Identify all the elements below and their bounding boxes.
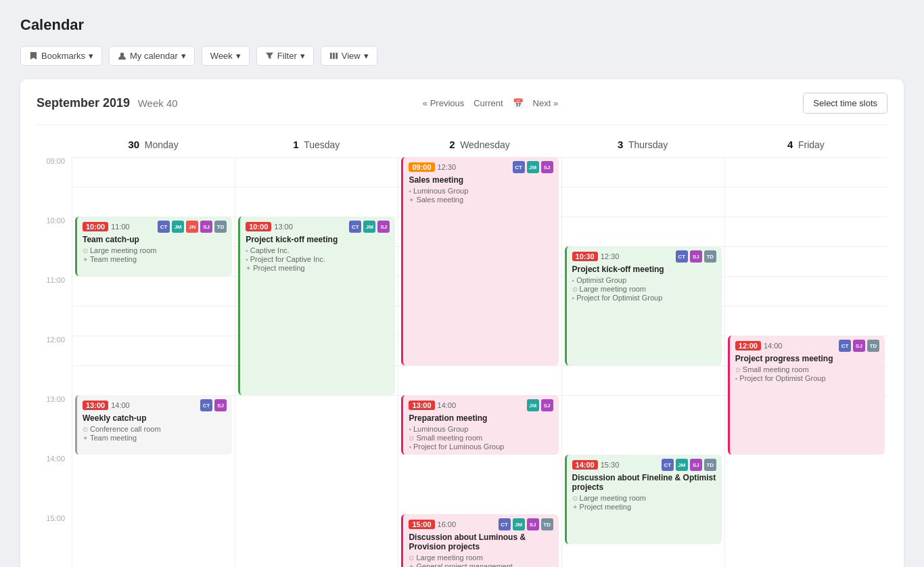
avatar-ct: CT xyxy=(200,399,212,411)
event-card-thu-2[interactable]: 14:0015:30CTJMSJTDDiscussion about Finel… xyxy=(565,455,722,544)
time-label-1100: 11:00 xyxy=(37,276,72,336)
detail-icon: ▪ xyxy=(409,187,411,195)
avatar-sj: SJ xyxy=(541,161,553,173)
avatar-td: TD xyxy=(867,340,879,352)
time-label-1300: 13:00 xyxy=(37,395,72,455)
detail-icon: ✦ xyxy=(409,563,414,568)
day-header-tuesday: 1 Tuesday xyxy=(235,139,398,157)
detail-icon: ▪ xyxy=(246,247,248,254)
svg-rect-1 xyxy=(330,53,332,59)
event-detail: ▪Project for Luminous Group xyxy=(409,443,553,451)
detail-icon: ⊙ xyxy=(572,286,578,293)
detail-icon: ⊙ xyxy=(409,554,414,562)
event-detail: ⊙Large meeting room xyxy=(572,494,716,502)
time-labels-col: 09:0010:0011:0012:0013:0014:0015:0016:00… xyxy=(37,157,72,567)
view-button[interactable]: View ▾ xyxy=(321,46,377,66)
avatar-ct: CT xyxy=(349,221,361,233)
event-detail: ✦Project meeting xyxy=(246,264,390,272)
detail-icon: ▪ xyxy=(409,443,411,451)
avatar-ct: CT xyxy=(839,340,851,352)
event-detail: ▪Luminous Group xyxy=(409,187,553,195)
avatar-sj: SJ xyxy=(690,459,702,471)
event-start-badge: 14:00 xyxy=(572,460,598,470)
event-start-badge: 13:00 xyxy=(409,401,434,410)
avatar-ct: CT xyxy=(662,459,674,471)
event-start-badge: 10:30 xyxy=(572,252,598,261)
avatar-td: TD xyxy=(704,250,716,263)
event-card-wed-2[interactable]: 13:0014:00JMSJPreparation meeting▪Lumino… xyxy=(401,395,558,455)
event-start-badge: 09:00 xyxy=(409,162,434,172)
current-button[interactable]: Current xyxy=(473,98,503,108)
svg-rect-2 xyxy=(333,53,335,59)
avatar-jm: JM xyxy=(513,518,525,530)
avatar-jm: JM xyxy=(676,459,688,471)
avatar-sj: SJ xyxy=(853,340,865,352)
event-detail: ✦Project meeting xyxy=(572,503,716,511)
day-header-wednesday: 2 Wednesday xyxy=(398,139,561,157)
detail-icon: ⊙ xyxy=(409,434,414,442)
cal-header: September 2019 Week 40 « Previous Curren… xyxy=(37,93,887,125)
detail-icon: ✦ xyxy=(83,256,88,263)
event-title: Sales meeting xyxy=(409,175,553,185)
event-detail: ⊙Large meeting room xyxy=(83,246,227,254)
col-friday: 12:0014:00CTSJTDProject progress meeting… xyxy=(724,157,887,567)
event-card-wed-3[interactable]: 15:0016:00CTJMSJTDDiscussion about Lumin… xyxy=(401,514,558,567)
avatar-ct: CT xyxy=(513,161,525,173)
event-card-mon-2[interactable]: 13:0014:00CTSJWeekly catch-up⊙Conference… xyxy=(75,395,232,455)
calendar-icon[interactable]: 📅 xyxy=(513,98,524,108)
event-start-badge: 12:00 xyxy=(735,341,761,350)
event-detail: ✦Team meeting xyxy=(83,255,227,263)
col-wednesday: 09:0012:30CTJMSJSales meeting▪Luminous G… xyxy=(398,157,561,567)
next-button[interactable]: Next » xyxy=(533,98,559,108)
time-label-1200: 12:00 xyxy=(37,336,72,395)
time-label-1400: 14:00 xyxy=(37,455,72,514)
event-card-tue-1[interactable]: 10:0013:00CTJMSJProject kick-off meeting… xyxy=(238,217,395,395)
event-detail: ⊙Large meeting room xyxy=(572,285,716,293)
my-calendar-button[interactable]: My calendar ▾ xyxy=(109,46,195,66)
select-time-slots-button[interactable]: Select time slots xyxy=(803,93,887,114)
avatar-ct: CT xyxy=(499,518,511,530)
event-detail: ▪Project for Captive Inc. xyxy=(246,255,390,263)
event-detail: ▪Luminous Group xyxy=(409,425,553,433)
detail-icon: ▪ xyxy=(735,375,738,382)
avatar-sj: SJ xyxy=(690,250,702,263)
detail-icon: ▪ xyxy=(246,256,248,263)
col-tuesday: 10:0013:00CTJMSJProject kick-off meeting… xyxy=(235,157,398,567)
detail-icon: ⊙ xyxy=(572,495,578,502)
detail-icon: ⊙ xyxy=(83,426,88,433)
event-detail: ✦Team meeting xyxy=(83,434,227,442)
cal-body: 09:0010:0011:0012:0013:0014:0015:0016:00… xyxy=(37,157,887,567)
toolbar: Bookmarks ▾ My calendar ▾ Week ▾ Filter … xyxy=(20,46,904,66)
prev-button[interactable]: « Previous xyxy=(423,98,464,108)
avatar-sj: SJ xyxy=(200,221,212,233)
filter-button[interactable]: Filter ▾ xyxy=(256,46,314,66)
detail-icon: ▪ xyxy=(409,426,411,433)
week-button[interactable]: Week ▾ xyxy=(202,46,250,66)
svg-rect-3 xyxy=(336,53,338,59)
detail-icon: ⊙ xyxy=(83,247,88,254)
event-card-fri-1[interactable]: 12:0014:00CTSJTDProject progress meeting… xyxy=(728,336,885,455)
avatar-sj: SJ xyxy=(214,399,227,411)
event-detail: ✦General project management xyxy=(409,562,553,567)
day-header-monday: 30 Monday xyxy=(72,139,235,157)
bookmarks-button[interactable]: Bookmarks ▾ xyxy=(20,46,102,66)
event-card-wed-1[interactable]: 09:0012:30CTJMSJSales meeting▪Luminous G… xyxy=(401,157,558,365)
event-title: Team catch-up xyxy=(83,235,227,244)
event-detail: ⊙Large meeting room xyxy=(409,553,553,562)
avatar-sj: SJ xyxy=(377,221,390,233)
event-title: Preparation meeting xyxy=(409,413,553,423)
event-card-mon-1[interactable]: 10:0011:00CTJMJNSJTDTeam catch-up⊙Large … xyxy=(75,217,232,276)
detail-icon: ▪ xyxy=(572,277,575,284)
event-start-badge: 15:00 xyxy=(409,520,434,529)
event-card-thu-1[interactable]: 10:3012:30CTSJTDProject kick-off meeting… xyxy=(565,246,722,365)
event-detail: ▪Project for Optimist Group xyxy=(572,294,716,302)
event-title: Project kick-off meeting xyxy=(246,235,390,244)
avatar-ct: CT xyxy=(676,250,688,263)
time-label-1000: 10:00 xyxy=(37,217,72,276)
event-start-badge: 10:00 xyxy=(246,222,271,231)
event-start-badge: 10:00 xyxy=(83,222,108,231)
event-detail: ✦Sales meeting xyxy=(409,196,553,204)
avatar-jn: JN xyxy=(186,221,198,233)
cal-title: September 2019 Week 40 xyxy=(37,96,178,110)
time-col-header xyxy=(37,139,72,157)
